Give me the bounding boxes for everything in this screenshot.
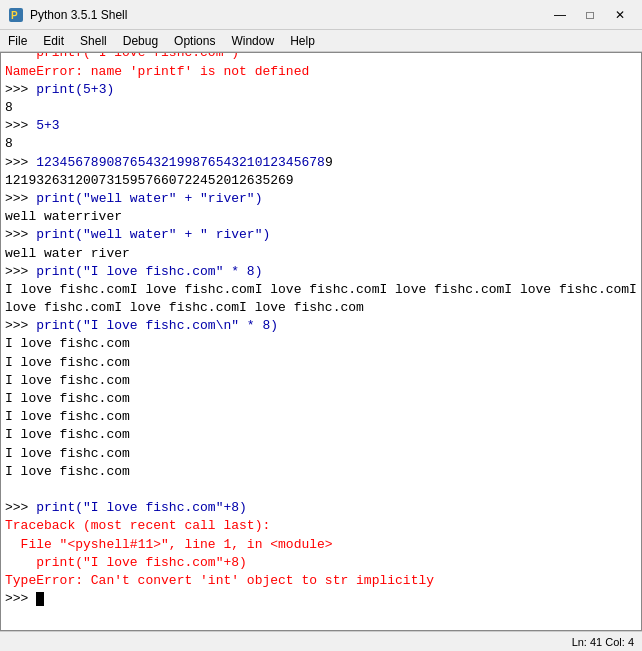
svg-text:P: P bbox=[11, 10, 18, 21]
menu-shell[interactable]: Shell bbox=[72, 30, 115, 51]
window-title: Python 3.5.1 Shell bbox=[30, 8, 546, 22]
maximize-button[interactable]: □ bbox=[576, 4, 604, 26]
menu-edit[interactable]: Edit bbox=[35, 30, 72, 51]
menu-bar: File Edit Shell Debug Options Window Hel… bbox=[0, 30, 642, 52]
menu-window[interactable]: Window bbox=[223, 30, 282, 51]
shell-output: Python 3.5.1 (v3.5.1:37a07cee5969, Dec 6… bbox=[5, 52, 637, 626]
window-controls: — □ ✕ bbox=[546, 4, 634, 26]
menu-debug[interactable]: Debug bbox=[115, 30, 166, 51]
cursor-position: Ln: 41 Col: 4 bbox=[572, 636, 634, 648]
close-button[interactable]: ✕ bbox=[606, 4, 634, 26]
menu-file[interactable]: File bbox=[0, 30, 35, 51]
shell-area[interactable]: Python 3.5.1 (v3.5.1:37a07cee5969, Dec 6… bbox=[0, 52, 642, 631]
status-bar: Ln: 41 Col: 4 bbox=[0, 631, 642, 651]
menu-help[interactable]: Help bbox=[282, 30, 323, 51]
title-bar: P Python 3.5.1 Shell — □ ✕ bbox=[0, 0, 642, 30]
minimize-button[interactable]: — bbox=[546, 4, 574, 26]
menu-options[interactable]: Options bbox=[166, 30, 223, 51]
app-icon: P bbox=[8, 7, 24, 23]
